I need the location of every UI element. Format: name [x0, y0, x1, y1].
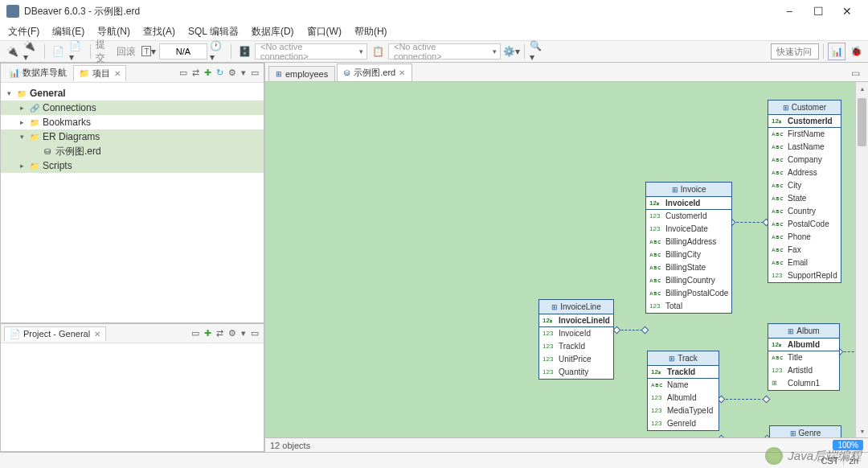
app-icon — [6, 5, 19, 18]
commit-icon[interactable]: 提交 — [95, 43, 113, 60]
pd-collapse-icon[interactable]: ▭ — [190, 328, 201, 339]
pd-menu-icon[interactable]: ▾ — [240, 328, 248, 339]
window-title: DBeaver 6.0.3 - 示例图.erd — [24, 5, 775, 18]
entity-invoice[interactable]: ⊞ Invoice12₃InvoiceId123CustomerId123Inv… — [645, 182, 732, 314]
pd-add-icon[interactable]: ✚ — [203, 328, 213, 339]
project-tree: ▾📁General ▸🔗Connections▸📁Bookmarks▾📁ER D… — [1, 83, 264, 176]
minimize-button[interactable]: − — [775, 0, 804, 23]
close-tab-icon[interactable]: ✕ — [399, 68, 405, 77]
new-connection-icon[interactable]: 🔌 — [3, 43, 21, 60]
tool-min-icon[interactable]: ▭ — [249, 68, 260, 78]
watermark: Java后端编程 — [765, 447, 862, 465]
tool-menu-icon[interactable]: ▾ — [240, 68, 248, 78]
tab-employees[interactable]: ⊞ employees — [268, 66, 335, 81]
tree-item-3[interactable]: ⛁示例图.erd — [1, 144, 264, 158]
tab-projects[interactable]: 📁 项目 ✕ — [73, 65, 126, 81]
schema-icon[interactable]: 📋 — [369, 43, 387, 60]
menu-window[interactable]: 窗口(W) — [302, 23, 346, 40]
close-button[interactable]: ✕ — [833, 0, 862, 23]
project-detail-tab[interactable]: 📄 Project - General ✕ — [4, 326, 106, 341]
perspective-db-icon[interactable]: 📊 — [828, 43, 845, 60]
sql-editor-dropdown-icon[interactable]: 📄▾ — [68, 43, 86, 60]
tree-item-1[interactable]: ▸📁Bookmarks — [1, 115, 264, 129]
rollback-icon[interactable]: 回滚 — [114, 43, 138, 60]
pd-min-icon[interactable]: ▭ — [249, 328, 260, 339]
schema-selector[interactable]: <No active connection> — [388, 43, 501, 60]
menu-help[interactable]: 帮助(H) — [350, 23, 392, 40]
transaction-icon[interactable]: 🅃▾ — [140, 43, 158, 60]
tree-item-4[interactable]: ▸📁Scripts — [1, 158, 264, 173]
menu-database[interactable]: 数据库(D) — [247, 23, 299, 40]
tab-db-navigator[interactable]: 📊 数据库导航 — [4, 65, 72, 80]
na-field[interactable] — [159, 43, 207, 60]
settings-icon[interactable]: ⚙️▾ — [502, 43, 520, 60]
database-icon[interactable]: 🗄️ — [235, 43, 253, 60]
perspective-dev-icon[interactable]: 🐞 — [847, 43, 865, 60]
new-connection-dropdown-icon[interactable]: 🔌▾ — [23, 43, 40, 60]
entity-track[interactable]: ⊞ Track12₃TrackIdᴀʙᴄName123AlbumId123Med… — [647, 351, 719, 431]
menu-bar: 文件(F) 编辑(E) 导航(N) 查找(A) SQL 编辑器 数据库(D) 窗… — [0, 23, 868, 40]
tool-link-icon[interactable]: ⇄ — [190, 68, 201, 78]
tool-add-icon[interactable]: ✚ — [203, 68, 213, 78]
tool-config-icon[interactable]: ⚙ — [227, 68, 238, 78]
quick-access[interactable] — [771, 43, 819, 60]
wechat-icon — [765, 447, 783, 465]
pd-config-icon[interactable]: ⚙ — [227, 328, 238, 339]
entity-genre[interactable]: ⊞ Genre12₃GenreId — [769, 425, 841, 437]
menu-find[interactable]: 查找(A) — [138, 23, 180, 40]
maximize-button[interactable]: ☐ — [804, 0, 833, 23]
tree-item-2[interactable]: ▾📁ER Diagrams — [1, 129, 264, 144]
main-toolbar: 🔌 🔌▾ 📄 📄▾ 提交 回滚 🅃▾ 🕐▾ 🗄️ <No active conn… — [0, 40, 868, 63]
menu-sql[interactable]: SQL 编辑器 — [183, 23, 244, 40]
erd-icon: ⛁ — [344, 69, 350, 77]
editor-min-icon[interactable]: ▭ — [846, 65, 865, 81]
entity-customer[interactable]: ⊞ Customer12₃CustomerIdᴀʙᴄFirstNameᴀʙᴄLa… — [768, 100, 841, 283]
tool-collapse-icon[interactable]: ▭ — [178, 68, 189, 78]
object-count: 12 objects — [270, 441, 310, 450]
sql-editor-icon[interactable]: 📄 — [49, 43, 67, 60]
table-icon: ⊞ — [276, 70, 282, 78]
editor-tabs: ⊞ employees ⛁ 示例图.erd ✕ ▭ — [265, 63, 868, 82]
pd-link-icon[interactable]: ⇄ — [215, 328, 225, 339]
project-detail-panel: 📄 Project - General ✕ ▭ ✚ ⇄ ⚙ ▾ ▭ — [0, 323, 264, 452]
title-bar: DBeaver 6.0.3 - 示例图.erd − ☐ ✕ — [0, 0, 868, 23]
tree-item-0[interactable]: ▸🔗Connections — [1, 101, 264, 115]
tree-root[interactable]: ▾📁General — [1, 86, 264, 101]
status-bar: CST zh — [0, 452, 868, 468]
tab-erd[interactable]: ⛁ 示例图.erd ✕ — [337, 64, 412, 81]
connection-selector[interactable]: <No active connection> — [255, 43, 367, 60]
vertical-scrollbar[interactable]: ▴ ▾ — [855, 82, 868, 437]
entity-album[interactable]: ⊞ Album12₃AlbumIdᴀʙᴄTitle123ArtistId⊞Col… — [768, 323, 840, 391]
menu-file[interactable]: 文件(F) — [3, 23, 44, 40]
menu-edit[interactable]: 编辑(E) — [47, 23, 89, 40]
history-icon[interactable]: 🕐▾ — [209, 43, 227, 60]
erd-canvas[interactable]: ▴ ▾ ⊞ Customer12₃CustomerIdᴀʙᴄFirstNameᴀ… — [265, 82, 868, 437]
navigator-panel: 📊 数据库导航 📁 项目 ✕ ▭ ⇄ ✚ ↻ ⚙ ▾ ▭ ▾📁General ▸… — [0, 63, 264, 323]
entity-invoiceline[interactable]: ⊞ InvoiceLine12₃InvoiceLineId123InvoiceI… — [538, 299, 614, 380]
tool-refresh-icon[interactable]: ↻ — [215, 68, 225, 78]
search-icon[interactable]: 🔍▾ — [529, 43, 547, 60]
